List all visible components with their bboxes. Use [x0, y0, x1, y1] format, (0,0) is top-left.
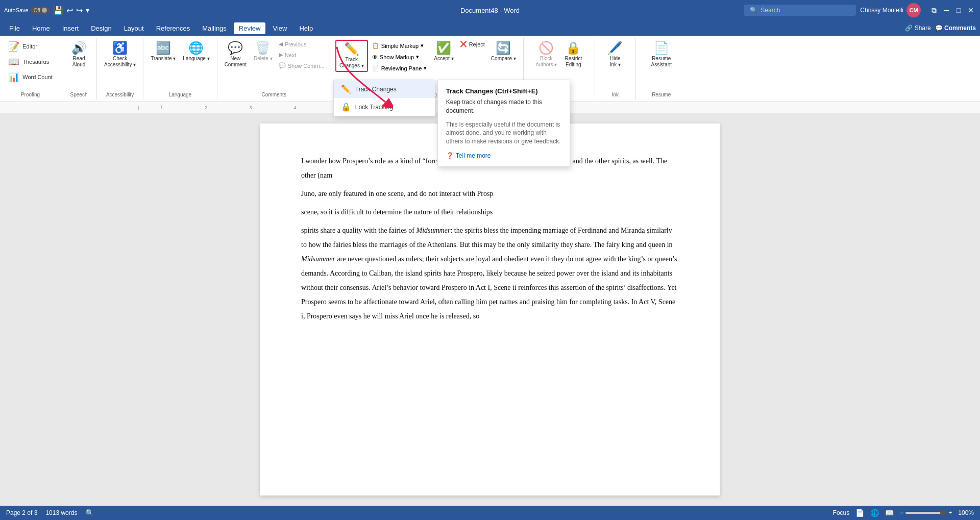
thesaurus-label: Thesaurus	[22, 59, 49, 65]
zoom-control[interactable]: − +	[900, 509, 952, 516]
menu-home[interactable]: Home	[27, 22, 55, 34]
ribbon-group-tracking: ✏️ TrackChanges ▾ 📋 Simple Markup ▾ 👁 Sh…	[331, 38, 524, 100]
block-authors-label: BlockAuthors ▾	[535, 56, 557, 68]
document-area: I wonder how Prospero’s role as a kind o…	[0, 113, 980, 506]
block-authors-button[interactable]: 🚫 BlockAuthors ▾	[532, 40, 560, 70]
menu-view[interactable]: View	[267, 22, 292, 34]
next-label: Next	[285, 52, 297, 58]
ink-buttons: 🖊️ HideInk ▾	[603, 40, 627, 97]
restrict-editing-icon: 🔒	[566, 42, 581, 54]
reviewing-pane-button[interactable]: 📄 Reviewing Pane ▾	[369, 63, 430, 73]
word-count-button[interactable]: 📊 Word Count	[6, 70, 55, 84]
check-accessibility-button[interactable]: ♿ CheckAccessibility ▾	[101, 40, 139, 70]
restrict-editing-button[interactable]: 🔒 RestrictEditing	[561, 40, 585, 70]
simple-markup-button[interactable]: 📋 Simple Markup ▾	[369, 41, 430, 51]
tooltip-extra: This is especially useful if the documen…	[446, 120, 561, 146]
zoom-thumb[interactable]	[940, 510, 946, 516]
avatar: CM	[906, 3, 921, 17]
menu-mailings[interactable]: Mailings	[197, 22, 232, 34]
delete-button[interactable]: 🗑️ Delete ▾	[251, 40, 276, 64]
accept-button[interactable]: ✅ Accept ▾	[431, 40, 456, 64]
search-bar[interactable]: 🔍	[744, 5, 856, 16]
search-input[interactable]	[761, 7, 842, 14]
track-changes-label: TrackChanges ▾	[339, 57, 364, 69]
redo-icon[interactable]: ↪	[76, 6, 83, 15]
menu-layout[interactable]: Layout	[119, 22, 149, 34]
autosave-toggle[interactable]: Off	[31, 7, 50, 14]
comments-button[interactable]: 💬 Comments	[935, 24, 976, 32]
search-icon: 🔍	[750, 7, 757, 14]
thesaurus-button[interactable]: 📖 Thesaurus	[6, 55, 51, 68]
show-markup-button[interactable]: 👁 Show Markup ▾	[369, 52, 430, 62]
close-icon[interactable]: ✕	[966, 5, 976, 15]
dropdown-track-changes[interactable]: ✏️ Track Changes	[334, 80, 435, 98]
restore-icon[interactable]: ⧉	[929, 5, 939, 15]
compare-label: Compare ▾	[491, 56, 516, 62]
dropdown-lock-tracking[interactable]: 🔒 Lock Tracking	[334, 98, 435, 116]
show-comments-icon: 💬	[279, 62, 286, 69]
menu-file[interactable]: File	[4, 22, 25, 34]
hide-ink-button[interactable]: 🖊️ HideInk ▾	[603, 40, 627, 70]
autosave-state: Off	[34, 8, 40, 13]
tell-me-more-link[interactable]: ❓ Tell me more	[446, 152, 561, 159]
language-buttons: 🔤 Translate ▾ 🌐 Language ▾	[148, 40, 212, 97]
print-layout-icon[interactable]: 📄	[855, 509, 864, 517]
new-comment-button[interactable]: 💬 NewComment	[222, 40, 250, 70]
editor-button[interactable]: 📝 Editor	[6, 40, 39, 53]
web-layout-icon[interactable]: 🌐	[870, 509, 879, 517]
menu-design[interactable]: Design	[86, 22, 116, 34]
previous-button[interactable]: ◀ Previous	[277, 40, 327, 48]
save-icon[interactable]: 💾	[53, 6, 63, 15]
share-button[interactable]: 🔗 Share	[905, 24, 931, 32]
next-button[interactable]: ▶ Next	[277, 51, 327, 59]
zoom-in-icon[interactable]: +	[948, 509, 952, 516]
previous-label: Previous	[285, 41, 307, 47]
reject-icon: ❌	[460, 41, 467, 47]
show-markup-icon: 👁	[372, 54, 378, 60]
compare-icon: 🔄	[496, 42, 511, 54]
menu-review[interactable]: Review	[234, 22, 266, 34]
translate-button[interactable]: 🔤 Translate ▾	[148, 40, 179, 64]
proofread-icon[interactable]: 🔍	[85, 509, 94, 517]
previous-icon: ◀	[279, 41, 283, 47]
new-comment-label: NewComment	[225, 56, 247, 68]
undo-icon[interactable]: ↩	[66, 6, 73, 15]
menu-help[interactable]: Help	[294, 22, 318, 34]
maximize-icon[interactable]: □	[953, 5, 964, 15]
thesaurus-icon: 📖	[8, 56, 19, 67]
read-mode-icon[interactable]: 📖	[885, 509, 894, 517]
show-comments-button[interactable]: 💬 Show Comm...	[277, 61, 327, 70]
resume-assistant-button[interactable]: 📄 ResumeAssistant	[648, 40, 675, 70]
status-bar: Page 2 of 3 1013 words 🔍 Focus 📄 🌐 📖 − +…	[0, 506, 980, 520]
dropdown-lock-icon: 🔒	[341, 102, 351, 112]
menu-references[interactable]: References	[151, 22, 195, 34]
customize-icon[interactable]: ▾	[86, 6, 89, 14]
paragraph-2: Juno, are only featured in one scene, an…	[301, 187, 679, 201]
compare-button[interactable]: 🔄 Compare ▾	[488, 40, 519, 64]
autosave-control[interactable]: AutoSave Off	[4, 7, 50, 14]
paragraph-3: scene, so it is difficult to determine t…	[301, 205, 679, 219]
new-comment-icon: 💬	[228, 42, 243, 54]
track-changes-button[interactable]: ✏️ TrackChanges ▾	[335, 40, 368, 72]
zoom-out-icon[interactable]: −	[900, 509, 903, 516]
user-info[interactable]: Chrissy Montelli CM	[860, 3, 921, 17]
reject-button[interactable]: ❌ Reject	[458, 40, 487, 48]
track-changes-tooltip: Track Changes (Ctrl+Shift+E) Keep track …	[437, 80, 570, 167]
accessibility-label: Accessibility	[106, 92, 134, 97]
title-bar-left: AutoSave Off 💾 ↩ ↪ ▾	[4, 6, 247, 15]
help-icon: ❓	[446, 152, 454, 159]
toggle-dot	[42, 8, 47, 13]
read-aloud-button[interactable]: 🔊 ReadAloud	[67, 40, 91, 70]
menu-bar: File Home Insert Design Layout Reference…	[0, 20, 980, 36]
tooltip-description: Keep track of changes made to this docum…	[446, 98, 561, 115]
minimize-icon[interactable]: ─	[941, 5, 951, 15]
word-count-label: Word Count	[22, 74, 53, 80]
zoom-slider[interactable]	[905, 512, 946, 514]
show-markup-text: Show Markup	[380, 54, 414, 60]
dropdown-track-label: Track Changes	[355, 86, 397, 93]
language-button[interactable]: 🌐 Language ▾	[180, 40, 212, 64]
proofing-stack: 📝 Editor 📖 Thesaurus 📊 Word Count	[6, 40, 55, 92]
focus-button[interactable]: Focus	[833, 509, 850, 516]
check-accessibility-icon: ♿	[112, 42, 128, 54]
menu-insert[interactable]: Insert	[57, 22, 84, 34]
